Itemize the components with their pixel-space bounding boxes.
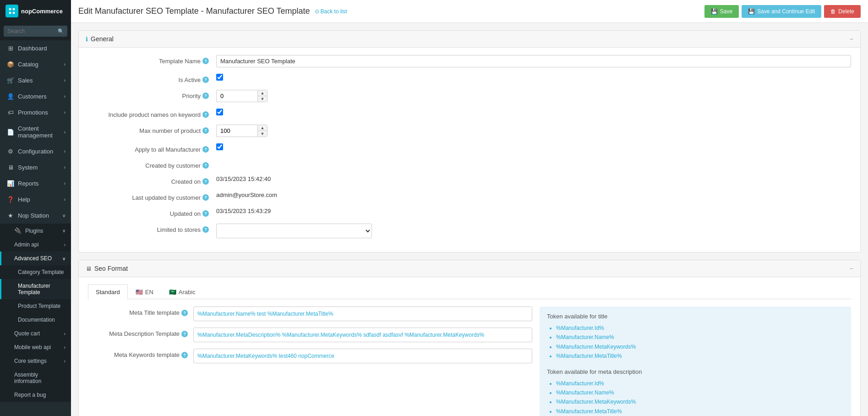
max-number-product-row: Max number of product ? ▲ ▼ <box>88 125 851 137</box>
chevron-down-icon: ∨ <box>62 213 66 218</box>
priority-input[interactable] <box>216 90 257 102</box>
sidebar-item-label: Manufacturer Template <box>18 283 66 296</box>
chevron-right-icon: › <box>64 149 66 154</box>
sidebar-item-label: Promotions <box>18 109 48 116</box>
priority-down-button[interactable]: ▼ <box>258 96 267 102</box>
meta-description-help-icon[interactable]: ? <box>181 331 188 337</box>
sidebar-item-customers[interactable]: 👤 Customers › <box>0 88 71 104</box>
chevron-right-icon: › <box>64 165 66 170</box>
sidebar-item-content-management[interactable]: 📄 Content management › <box>0 120 71 143</box>
sidebar-item-admin-api[interactable]: Admin api › <box>0 238 71 252</box>
seo-panel-collapse-button[interactable]: − <box>850 265 853 272</box>
meta-keywords-help-icon[interactable]: ? <box>181 352 188 358</box>
sidebar-item-catalog[interactable]: 📦 Catalog › <box>0 56 71 72</box>
sidebar-item-sales[interactable]: 🛒 Sales › <box>0 72 71 88</box>
limited-to-stores-select[interactable] <box>216 224 372 238</box>
updated-on-row: Updated on ? 03/15/2023 15:43:29 <box>88 208 851 217</box>
top-bar: Edit Manufacturer SEO Template - Manufac… <box>71 0 868 23</box>
sidebar-item-advanced-seo[interactable]: Advanced SEO ∨ <box>0 252 71 265</box>
meta-title-row: Meta Title template ? <box>88 307 532 321</box>
meta-keywords-input[interactable] <box>193 349 532 363</box>
tab-standard[interactable]: Standard <box>88 285 128 299</box>
template-name-input[interactable] <box>216 55 851 67</box>
priority-up-button[interactable]: ▲ <box>258 90 267 96</box>
save-button[interactable]: 💾 Save <box>704 5 739 18</box>
save-continue-button[interactable]: 💾 Save and Continue Edit <box>742 5 821 18</box>
tab-arabic[interactable]: 🇸🇦 Arabic <box>161 285 203 299</box>
meta-description-row: Meta Description Template ? <box>88 328 532 342</box>
sidebar-item-report-a-bug[interactable]: Report a bug <box>0 388 71 402</box>
general-panel: ℹ General − Template Name ? <box>78 30 861 252</box>
seo-format-panel-header: 🖥 Seo Format − <box>79 260 860 277</box>
sidebar-item-core-settings[interactable]: Core settings › <box>0 354 71 368</box>
dashboard-icon: ⊞ <box>7 45 14 52</box>
sidebar-item-label: Help <box>18 196 30 203</box>
monitor-icon: 🖥 <box>86 265 92 272</box>
updated-on-help-icon[interactable]: ? <box>202 210 209 217</box>
sidebar-item-quote-cart[interactable]: Quote cart › <box>0 327 71 340</box>
seo-format-left: Meta Title template ? Meta Description T… <box>88 307 540 416</box>
sidebar-item-manufacturer-template[interactable]: Manufacturer Template <box>0 279 71 299</box>
tab-arabic-label: Arabic <box>179 289 196 296</box>
include-product-help-icon[interactable]: ? <box>202 111 209 118</box>
meta-title-input[interactable] <box>193 307 532 321</box>
sidebar-item-label: Report a bug <box>14 392 46 398</box>
top-actions: 💾 Save 💾 Save and Continue Edit 🗑 Delete <box>704 5 861 18</box>
page-title: Edit Manufacturer SEO Template - Manufac… <box>78 6 347 16</box>
sidebar-item-assembly-information[interactable]: Assembly information <box>0 368 71 388</box>
created-on-help-icon[interactable]: ? <box>202 178 209 185</box>
seo-format-panel-body: Standard 🇺🇸 EN 🇸🇦 Arabic <box>79 277 860 416</box>
max-number-help-icon[interactable]: ? <box>202 127 209 134</box>
panel-collapse-button[interactable]: − <box>850 35 853 43</box>
include-product-names-row: Include product names on keyword ? <box>88 109 851 118</box>
sidebar-logo[interactable]: nopCommerce <box>0 0 71 22</box>
content-icon: 📄 <box>7 129 14 136</box>
max-number-product-input[interactable] <box>216 125 257 137</box>
sidebar-item-reports[interactable]: 📊 Reports › <box>0 175 71 192</box>
svg-point-1 <box>13 8 15 11</box>
info-icon: ℹ <box>86 36 88 43</box>
sidebar-item-plugins[interactable]: 🔌 Plugins ∨ <box>0 224 71 238</box>
sidebar-item-promotions[interactable]: 🏷 Promotions › <box>0 104 71 120</box>
back-to-list-link[interactable]: ⊙ Back to list <box>315 8 347 15</box>
reports-icon: 📊 <box>7 180 14 187</box>
sidebar-item-documentation[interactable]: Documentation <box>0 313 71 327</box>
back-to-list-label: Back to list <box>321 8 347 15</box>
meta-description-field <box>193 328 532 342</box>
is-active-checkbox[interactable] <box>216 74 223 81</box>
created-by-help-icon[interactable]: ? <box>202 162 209 169</box>
apply-to-all-help-icon[interactable]: ? <box>202 146 209 153</box>
sidebar-item-system[interactable]: 🖥 System › <box>0 159 71 175</box>
sidebar-item-product-template[interactable]: Product Template <box>0 299 71 313</box>
max-number-down-button[interactable]: ▼ <box>258 131 267 137</box>
sidebar-item-help[interactable]: ❓ Help › <box>0 192 71 208</box>
priority-help-icon[interactable]: ? <box>202 93 209 99</box>
sidebar-item-configuration[interactable]: ⚙ Configuration › <box>0 143 71 159</box>
meta-title-label: Meta Title template ? <box>88 307 193 316</box>
template-name-help-icon[interactable]: ? <box>202 58 209 64</box>
limited-to-stores-help-icon[interactable]: ? <box>202 226 209 233</box>
nop-station-icon: ★ <box>7 212 14 219</box>
sidebar-item-category-template[interactable]: Category Template <box>0 265 71 279</box>
max-number-up-button[interactable]: ▲ <box>258 125 267 131</box>
delete-button[interactable]: 🗑 Delete <box>824 5 861 18</box>
sidebar-item-mobile-web-api[interactable]: Mobile web api › <box>0 340 71 354</box>
include-product-names-checkbox[interactable] <box>216 109 223 115</box>
meta-keywords-label: Meta Keywords template ? <box>88 349 193 358</box>
promotions-icon: 🏷 <box>7 109 14 116</box>
last-updated-by-help-icon[interactable]: ? <box>202 194 209 201</box>
sidebar-item-dashboard[interactable]: ⊞ Dashboard <box>0 40 71 56</box>
meta-title-help-icon[interactable]: ? <box>181 310 188 316</box>
back-icon: ⊙ <box>315 8 319 15</box>
sidebar-item-nop-station[interactable]: ★ Nop Station ∨ <box>0 208 71 224</box>
apply-to-all-field <box>216 143 851 152</box>
is-active-help-icon[interactable]: ? <box>202 77 209 83</box>
max-number-spinners: ▲ ▼ <box>257 125 267 137</box>
token-meta-desc-list: %Manufacturer.Id% %Manufacturer.Name% %M… <box>547 379 844 416</box>
page-title-text: Edit Manufacturer SEO Template - Manufac… <box>78 6 310 16</box>
tab-en[interactable]: 🇺🇸 EN <box>128 285 161 299</box>
apply-to-all-checkbox[interactable] <box>216 143 223 150</box>
meta-description-input[interactable] <box>193 328 532 342</box>
sidebar-item-label: System <box>18 164 38 171</box>
plugins-icon: 🔌 <box>14 227 22 234</box>
